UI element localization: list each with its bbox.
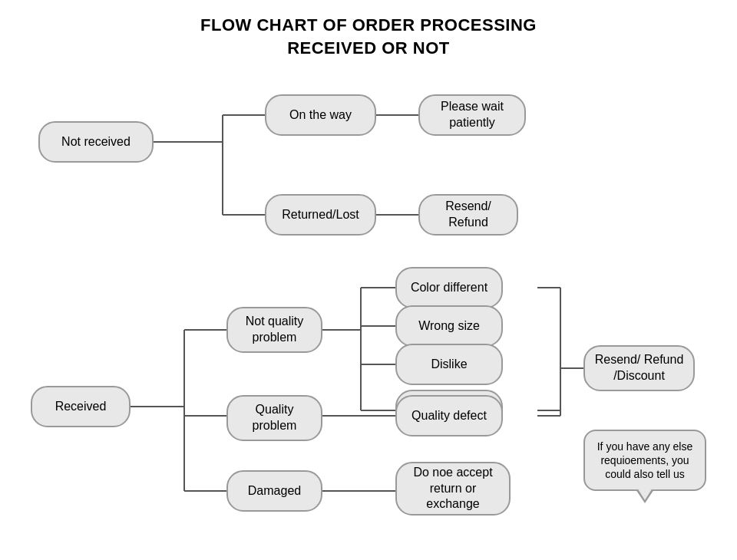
resend-refund-top-node: Resend/ Refund [418,194,518,236]
received-node: Received [31,386,131,427]
quality-defect-node: Quality defect [395,395,503,436]
dislike-node: Dislike [395,344,503,385]
on-the-way-node: On the way [265,94,376,136]
resend-refund-discount-node: Resend/ Refund /Discount [583,345,695,391]
please-wait-node: Please wait patiently [418,94,526,136]
wrong-size-node: Wrong size [395,305,503,347]
page: FLOW CHART OF ORDER PROCESSING RECEIVED … [0,0,737,560]
not-received-node: Not received [38,121,154,163]
damaged-node: Damaged [226,470,322,512]
do-not-accept-node: Do noe accept return or exchange [395,462,511,516]
returned-lost-node: Returned/Lost [265,194,376,236]
quality-problem-node: Quality problem [226,395,322,441]
speech-bubble-node: If you have any else requioements, you c… [583,430,706,491]
color-diff-node: Color different [395,267,503,308]
not-quality-node: Not quality problem [226,307,322,353]
flowchart: Not received On the way Please wait pati… [0,61,737,552]
page-title: FLOW CHART OF ORDER PROCESSING RECEIVED … [0,0,737,59]
